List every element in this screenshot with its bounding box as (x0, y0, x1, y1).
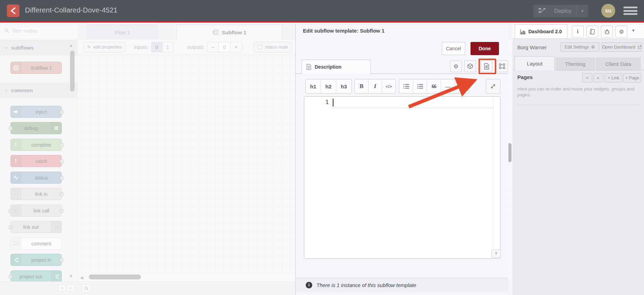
app-title: Different-Collared-Dove-4521 (25, 6, 117, 14)
tray-resize-handle[interactable] (509, 144, 511, 162)
dialog-title: Edit subflow template: Subflow 1 (303, 28, 384, 34)
gear-icon: ⚙ (591, 44, 595, 50)
node-red-logo-icon (7, 5, 19, 17)
dialog-footer: i There is 1 instance of this subflow te… (296, 278, 509, 292)
tab-client-data[interactable]: Client Data (596, 58, 641, 70)
add-link-button[interactable]: + Link (605, 73, 622, 83)
md-link-button[interactable] (455, 79, 469, 93)
instance-count-text: There is 1 instance of this subflow temp… (316, 282, 416, 288)
unordered-list-icon (417, 84, 423, 89)
md-ordered-list-button[interactable] (399, 79, 413, 93)
tab-layout[interactable]: Layout (515, 56, 555, 70)
hamburger-icon (624, 7, 637, 8)
editor-gutter: 1 (304, 97, 331, 258)
deploy-icon (538, 7, 546, 15)
header-accent-line (0, 21, 644, 23)
done-button[interactable]: Done (471, 42, 499, 55)
md-list-group: 66 — (399, 79, 469, 94)
debug-sidebar-button[interactable] (601, 26, 613, 37)
chevron-down-icon: ▾ (632, 28, 635, 33)
subflow-appearance-button[interactable] (496, 60, 508, 72)
right-sidebar: Dashboard 2.0 i ⚙ ▾ Borg Warner Edit Set… (512, 23, 644, 295)
md-format-group: B I </> (355, 79, 396, 94)
pages-move-down-button[interactable]: » (593, 73, 603, 83)
description-editor[interactable]: 1 (304, 96, 500, 259)
double-chevron-up-icon: » (585, 77, 590, 79)
tab-theming[interactable]: Theming (556, 58, 595, 70)
cube-icon (467, 63, 473, 69)
deploy-button[interactable]: Deploy ▾ (533, 5, 588, 17)
info-icon: i (306, 282, 312, 288)
deploy-dropdown[interactable]: ▾ (576, 5, 588, 17)
active-line-underline (332, 108, 493, 108)
md-bold-button[interactable]: B (355, 79, 368, 93)
md-h2-button[interactable]: h2 (321, 79, 336, 93)
bug-icon (604, 29, 610, 35)
md-heading-group: h1 h2 h3 (305, 79, 352, 94)
gear-icon: ⚙ (454, 63, 458, 70)
editor-help-button[interactable]: ? (491, 250, 501, 258)
md-code-button[interactable]: </> (382, 79, 396, 93)
pages-help-text: Here you can re-order and move your widg… (517, 86, 639, 98)
add-page-button[interactable]: + Page (623, 73, 641, 83)
tab-dashboard-2[interactable]: Dashboard 2.0 (515, 24, 567, 39)
pages-section-title: Pages (517, 74, 533, 80)
double-chevron-down-icon: » (596, 77, 601, 79)
sidebar-tabbar: Dashboard 2.0 i ⚙ ▾ (512, 23, 644, 39)
avatar-initials: su (605, 8, 612, 14)
dashboard-project-name: Borg Warner (517, 44, 546, 50)
main-menu-button[interactable] (624, 6, 637, 16)
description-icon (306, 64, 312, 70)
md-h3-button[interactable]: h3 (336, 79, 351, 93)
settings-sidebar-button[interactable]: ⚙ (616, 26, 627, 37)
info-sidebar-button[interactable]: i (572, 26, 584, 37)
editor-line-number: 1 (304, 99, 329, 105)
pages-move-up-button[interactable]: » (582, 73, 592, 83)
md-expand-button[interactable] (486, 79, 500, 94)
expand-icon (490, 84, 496, 89)
md-hr-button[interactable]: — (441, 79, 455, 93)
editor-scroll-track (493, 97, 494, 258)
md-h1-button[interactable]: h1 (306, 79, 321, 93)
bar-chart-icon (520, 29, 526, 34)
md-unordered-list-button[interactable] (413, 79, 427, 93)
cancel-button[interactable]: Cancel (442, 42, 465, 55)
avatar[interactable]: su (601, 4, 615, 18)
gear-icon: ⚙ (619, 28, 624, 35)
annotation-highlight-box (478, 59, 496, 74)
link-chain-icon (459, 83, 465, 89)
ordered-list-icon (403, 84, 409, 89)
pages-divider (517, 105, 639, 105)
book-icon (589, 28, 595, 35)
node-red-app: Different-Collared-Dove-4521 Deploy ▾ su… (0, 0, 644, 295)
object-group-icon (499, 63, 505, 69)
sidebar-collapse-button[interactable]: ▾ (632, 28, 635, 33)
text-cursor (333, 99, 333, 106)
md-italic-button[interactable]: I (368, 79, 382, 93)
md-quote-button[interactable]: 66 (427, 79, 441, 93)
edit-settings-button[interactable]: Edit Settings ⚙ (560, 42, 599, 52)
open-dashboard-button[interactable]: Open Dashboard (602, 42, 642, 52)
docs-button[interactable] (586, 26, 598, 37)
edit-subflow-dialog: Edit subflow template: Subflow 1 Cancel … (295, 24, 508, 295)
tab-description[interactable]: Description (302, 60, 371, 74)
deploy-label: Deploy (549, 8, 576, 14)
subflow-settings-button[interactable]: ⚙ (450, 60, 462, 72)
header: Different-Collared-Dove-4521 Deploy ▾ su (0, 0, 644, 21)
external-link-icon (637, 45, 642, 49)
subflow-module-button[interactable] (464, 60, 476, 72)
info-icon: i (577, 28, 578, 35)
